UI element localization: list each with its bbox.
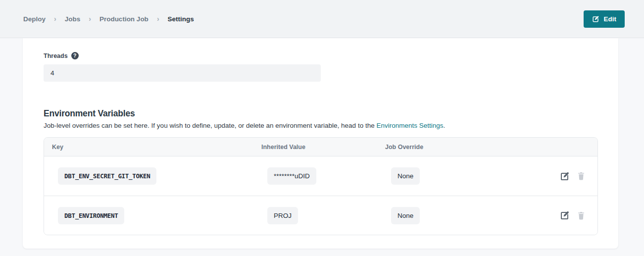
chevron-right-icon: ›: [157, 15, 159, 23]
trash-icon: [577, 211, 586, 220]
env-var-key-badge: DBT_ENV_SECRET_GIT_TOKEN: [58, 167, 156, 185]
job-override-badge: None: [391, 207, 420, 224]
environments-settings-link[interactable]: Environments Settings: [376, 122, 443, 129]
edit-pencil-icon: [592, 15, 599, 23]
breadcrumb: Deploy › Jobs › Production Job › Setting…: [23, 15, 194, 23]
breadcrumb-item-deploy[interactable]: Deploy: [23, 15, 46, 23]
env-var-key-badge: DBT_ENVIRONMENT: [58, 207, 124, 224]
delete-variable-button[interactable]: [577, 171, 586, 181]
edit-pencil-icon: [560, 210, 570, 220]
edit-button-label: Edit: [604, 15, 617, 23]
breadcrumb-item-settings: Settings: [168, 15, 194, 23]
inherited-value-badge: ********uDID: [267, 167, 316, 185]
threads-field-header: Threads ?: [44, 52, 598, 59]
environment-variables-description: Job-level overrides can be set here. If …: [44, 122, 598, 129]
trash-icon: [577, 171, 586, 181]
column-header-job-override: Job Override: [377, 144, 501, 151]
job-override-badge: None: [391, 167, 420, 185]
question-circle-icon[interactable]: ?: [71, 52, 79, 59]
table-row: DBT_ENV_SECRET_GIT_TOKEN ********uDID No…: [44, 156, 597, 196]
column-header-inherited-value: Inherited Value: [253, 144, 377, 151]
edit-variable-button[interactable]: [560, 171, 570, 181]
description-text: Job-level overrides can be set here. If …: [44, 122, 376, 129]
environment-variables-table: Key Inherited Value Job Override DBT_ENV…: [44, 137, 598, 235]
chevron-right-icon: ›: [54, 15, 56, 23]
environment-variables-title: Environment Variables: [44, 108, 598, 119]
table-header-row: Key Inherited Value Job Override: [44, 138, 597, 156]
inherited-value-badge: PROJ: [267, 207, 298, 224]
page-header: Deploy › Jobs › Production Job › Setting…: [0, 0, 644, 38]
description-period: .: [444, 122, 446, 129]
delete-variable-button[interactable]: [577, 211, 586, 220]
edit-button[interactable]: Edit: [584, 10, 625, 28]
chevron-right-icon: ›: [89, 15, 91, 23]
threads-input[interactable]: [44, 64, 321, 82]
column-header-key: Key: [44, 144, 253, 151]
edit-variable-button[interactable]: [560, 210, 570, 220]
breadcrumb-item-jobs[interactable]: Jobs: [65, 15, 81, 23]
table-row: DBT_ENVIRONMENT PROJ None: [44, 196, 597, 235]
threads-label: Threads: [44, 52, 68, 59]
edit-pencil-icon: [560, 171, 570, 181]
breadcrumb-item-production-job[interactable]: Production Job: [99, 15, 149, 23]
settings-card: Threads ? Environment Variables Job-leve…: [23, 38, 618, 249]
